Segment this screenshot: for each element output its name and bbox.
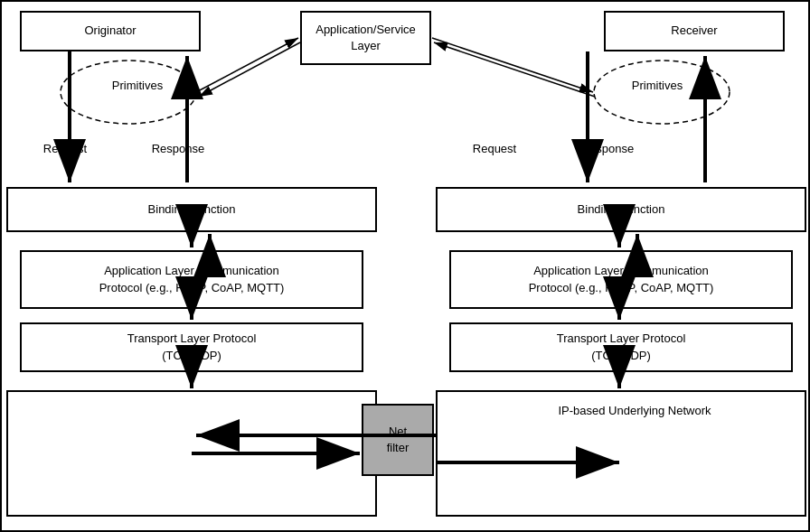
left-app-layer-label: Application Layer Communication Protocol… — [99, 263, 285, 295]
left-request-label: Request — [33, 142, 97, 155]
left-transport-label: Transport Layer Protocol (TCP/UDP) — [127, 331, 257, 363]
receiver-label: Receiver — [671, 23, 717, 39]
left-response-label: Response — [142, 142, 214, 155]
right-app-layer-label: Application Layer Communication Protocol… — [529, 263, 714, 295]
originator-box: Originator — [20, 11, 201, 51]
originator-label: Originator — [84, 23, 136, 39]
right-response-label: Response — [571, 142, 644, 155]
net-filter-box: Net filter — [362, 404, 434, 476]
left-ip-outer-box — [6, 390, 377, 517]
receiver-box: Receiver — [604, 11, 785, 51]
svg-line-20 — [432, 38, 593, 92]
right-binding-function-label: Binding Function — [578, 201, 665, 218]
left-primitives-label: Primitives — [83, 79, 192, 92]
svg-line-21 — [434, 42, 595, 97]
left-binding-function-label: Binding Function — [148, 201, 236, 218]
right-app-layer-box: Application Layer Communication Protocol… — [449, 250, 793, 309]
right-transport-box: Transport Layer Protocol (TCP/UDP) — [449, 322, 793, 372]
right-transport-label: Transport Layer Protocol (TCP/UDP) — [557, 331, 686, 363]
ip-network-label: IP-based Underlying Network — [481, 404, 788, 417]
app-service-label: Application/Service Layer — [316, 22, 416, 54]
svg-line-19 — [199, 42, 300, 97]
diagram: Originator Binding Function Application … — [0, 0, 810, 532]
left-binding-function-box: Binding Function — [6, 187, 377, 232]
right-binding-function-box: Binding Function — [436, 187, 806, 232]
net-filter-label: Net filter — [387, 424, 410, 456]
right-request-label: Request — [463, 142, 526, 155]
left-transport-box: Transport Layer Protocol (TCP/UDP) — [20, 322, 363, 372]
svg-point-4 — [61, 61, 196, 124]
app-service-box: Application/Service Layer — [300, 11, 431, 65]
svg-line-18 — [196, 38, 298, 92]
right-primitives-label: Primitives — [603, 79, 711, 92]
left-app-layer-box: Application Layer Communication Protocol… — [20, 250, 363, 309]
svg-point-5 — [594, 61, 730, 124]
